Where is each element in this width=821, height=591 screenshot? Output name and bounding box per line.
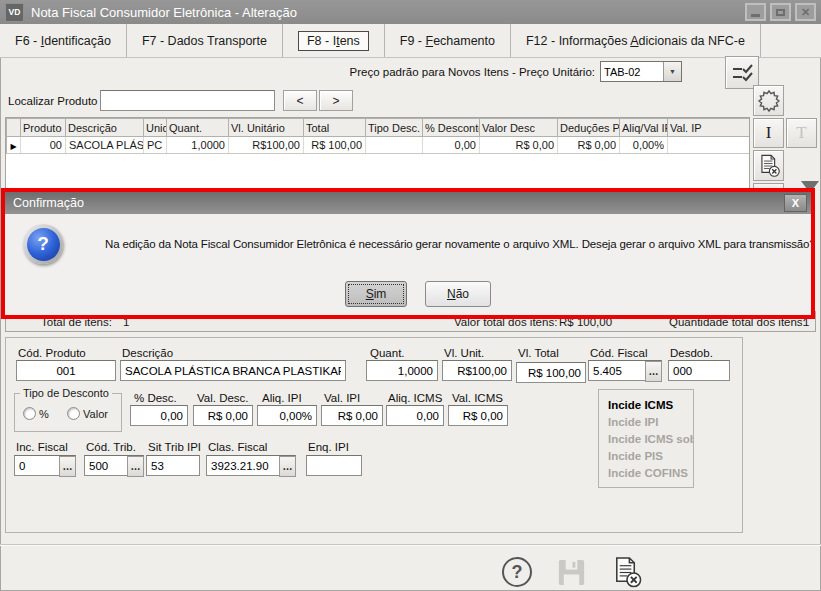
incide-item-cofins: Incide COFINS <box>608 465 693 482</box>
vl-total-label: Vl. Total <box>518 347 559 359</box>
incide-item-icms: Incide ICMS <box>608 397 693 414</box>
cod-trib-label: Cód. Trib. <box>86 441 136 453</box>
cell-pct-desconto: 0,00 <box>423 137 480 154</box>
column-header-pct-desconto: % Desconto <box>423 119 480 137</box>
val-desc-input[interactable] <box>193 405 253 426</box>
aliq-icms-input[interactable] <box>386 405 444 426</box>
vl-total-input[interactable] <box>516 362 586 383</box>
items-table: Produto Descrição Unid Quant. Vl. Unitár… <box>6 118 750 154</box>
descricao-label: Descrição <box>122 347 173 359</box>
cell-valor-desc: R$ 0,00 <box>480 137 558 154</box>
clas-fiscal-label: Clas. Fiscal <box>208 441 267 453</box>
column-header-total: Total <box>304 119 366 137</box>
aliq-ipi-input[interactable] <box>257 405 317 426</box>
incide-item-icms-sobre-ipi: Incide ICMS sobre IPI <box>608 431 693 448</box>
quant-label: Quant. <box>370 347 405 359</box>
tab-f8-itens[interactable]: F8 - Itens <box>283 24 385 57</box>
tab-f9-fechamento[interactable]: F9 - Fechamento <box>385 24 511 57</box>
val-desc-label: Val. Desc. <box>197 392 249 404</box>
inc-fiscal-lookup-button[interactable]: … <box>59 456 76 477</box>
val-icms-input[interactable] <box>448 405 508 426</box>
cod-produto-input[interactable] <box>16 360 116 381</box>
yes-button[interactable]: Sim <box>345 281 407 307</box>
dialog-titlebar: Confirmação X <box>5 192 811 214</box>
previous-item-button[interactable]: < <box>283 90 317 111</box>
help-icon: ? <box>502 557 532 587</box>
help-button[interactable]: ? <box>502 557 532 587</box>
price-table-value[interactable] <box>601 62 663 81</box>
locate-product-input[interactable] <box>100 90 275 111</box>
cancel-item-button[interactable] <box>753 150 784 181</box>
incide-item-pis: Incide PIS <box>608 448 693 465</box>
enq-ipi-label: Enq. IPI <box>308 441 349 453</box>
no-button[interactable]: Não <box>425 281 491 307</box>
column-header-valor-desc: Valor Desc <box>480 119 558 137</box>
next-item-button[interactable]: > <box>319 90 353 111</box>
aliq-ipi-label: Aliq. IPI <box>262 392 302 404</box>
minimize-button[interactable] <box>745 3 766 21</box>
cell-unid: PC <box>144 137 167 154</box>
cod-fiscal-lookup-button[interactable]: … <box>645 361 662 382</box>
close-button[interactable]: ✕ <box>795 3 816 21</box>
val-ipi-label: Val. IPI <box>324 392 360 404</box>
column-header-vl-unitario: Vl. Unitário <box>229 119 304 137</box>
tab-bar: F6 - Identificação F7 - Dados Transporte… <box>0 24 821 58</box>
chevron-down-icon[interactable]: ▼ <box>663 62 681 81</box>
cod-trib-lookup-button[interactable]: … <box>127 456 144 477</box>
tipo-desconto-legend: Tipo de Desconto <box>20 387 112 399</box>
dialog-close-icon: X <box>792 197 799 209</box>
stamp-button[interactable] <box>753 85 784 116</box>
t-toolbar-button[interactable]: T <box>786 118 817 148</box>
close-icon: ✕ <box>801 6 810 19</box>
incide-list: Incide ICMS Incide IPI Incide ICMS sobre… <box>598 389 694 488</box>
desdob-input[interactable] <box>668 360 730 381</box>
desdob-label: Desdob. <box>670 347 713 359</box>
vd-logo-icon: VD <box>5 3 24 22</box>
clas-fiscal-lookup-button[interactable]: … <box>279 456 296 477</box>
tab-f7-dados-transporte[interactable]: F7 - Dados Transporte <box>127 24 283 57</box>
column-header-quant: Quant. <box>167 119 229 137</box>
quant-input[interactable] <box>366 360 438 381</box>
tab-f12-informacoes-adicionais[interactable]: F12 - Informações Adicionais da NFC-e <box>511 24 761 57</box>
val-ipi-input[interactable] <box>321 405 383 426</box>
table-row[interactable]: ▶ 00 SACOLA PLÁSTICA BRANCA PLASTIKARE 2… <box>7 137 750 154</box>
cell-val-ipi <box>668 137 750 154</box>
i-toolbar-button[interactable]: I <box>753 118 784 148</box>
radio-percent[interactable]: % <box>23 407 49 420</box>
save-icon <box>556 557 587 588</box>
row-selector-icon: ▶ <box>10 142 16 151</box>
cell-aliq-val-ipi: 0,00% <box>620 137 668 154</box>
price-default-label: Preço padrão para Novos Itens - Preço Un… <box>245 66 595 78</box>
maximize-icon <box>776 9 785 16</box>
price-table-select[interactable]: ▼ <box>600 61 682 82</box>
sit-trib-ipi-label: Sit Trib IPI <box>148 441 201 453</box>
tipo-desconto-group: Tipo de Desconto % Valor <box>14 393 122 432</box>
cancel-document-button[interactable] <box>610 556 643 591</box>
column-header-val-ipi: Val. IP <box>668 119 750 137</box>
pct-desc-input[interactable] <box>130 405 188 426</box>
window-titlebar: VD Nota Fiscal Consumidor Eletrônica - A… <box>0 0 821 24</box>
document-cancel-icon <box>757 154 781 178</box>
radio-valor[interactable]: Valor <box>67 407 108 420</box>
column-header-unid: Unid <box>144 119 167 137</box>
dialog-close-button[interactable]: X <box>784 194 807 212</box>
descricao-input[interactable] <box>120 360 346 381</box>
sit-trib-ipi-input[interactable] <box>146 455 200 476</box>
cell-produto: 00 <box>21 137 66 154</box>
vl-unit-input[interactable] <box>442 360 512 381</box>
window-title: Nota Fiscal Consumidor Eletrônica - Alte… <box>31 5 297 20</box>
enq-ipi-input[interactable] <box>306 455 362 476</box>
cell-quant: 1,0000 <box>167 137 229 154</box>
column-header-tipo-desc: Tipo Desc. <box>366 119 423 137</box>
radio-percent-icon <box>23 407 36 420</box>
cod-fiscal-label: Cód. Fiscal <box>590 347 648 359</box>
checklist-icon <box>731 64 753 82</box>
cell-total: R$ 100,00 <box>304 137 366 154</box>
val-icms-label: Val. ICMS <box>452 392 503 404</box>
tab-f6-identificacao[interactable]: F6 - Identificação <box>0 24 127 57</box>
aliq-icms-label: Aliq. ICMS <box>388 392 442 404</box>
maximize-button[interactable] <box>770 3 791 21</box>
save-button <box>556 557 587 591</box>
question-icon: ? <box>23 224 63 264</box>
locate-product-label: Localizar Produto <box>8 95 98 107</box>
